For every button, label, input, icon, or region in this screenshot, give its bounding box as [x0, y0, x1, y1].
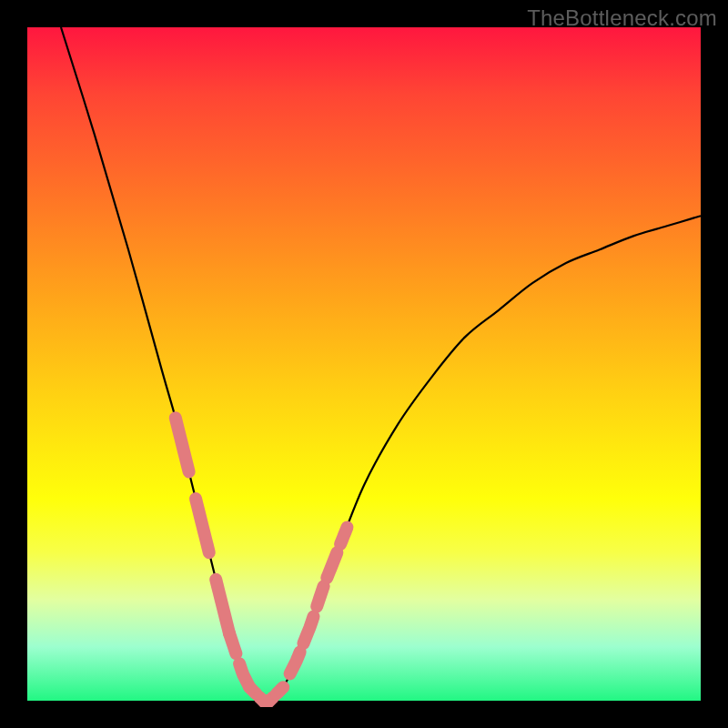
curve-marker-0	[176, 418, 189, 471]
curve-marker-12	[340, 527, 347, 544]
curve-marker-3	[229, 633, 236, 653]
marker-group	[176, 418, 348, 701]
curve-marker-10	[317, 586, 323, 606]
curve-marker-11	[327, 552, 337, 578]
watermark-text: TheBottleneck.com	[527, 5, 717, 31]
curve-marker-8	[290, 652, 300, 673]
curve-marker-2	[216, 580, 229, 633]
curve-marker-1	[196, 499, 209, 552]
curve-marker-7	[277, 687, 283, 693]
curve-marker-6	[259, 697, 273, 701]
curve-svg	[27, 27, 701, 701]
curve-marker-9	[303, 617, 313, 644]
bottleneck-curve	[61, 27, 701, 702]
plot-area	[27, 27, 701, 701]
chart-frame: TheBottleneck.com	[0, 0, 728, 728]
